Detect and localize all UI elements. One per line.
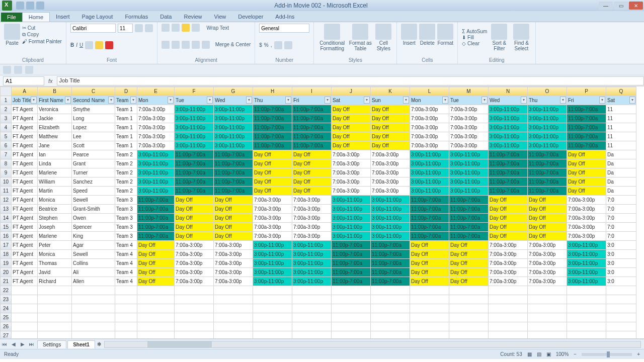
cell[interactable]	[292, 304, 332, 313]
cell[interactable]	[115, 313, 137, 322]
cell[interactable]: 3:00p-11:00p	[137, 177, 175, 187]
cell[interactable]	[292, 331, 332, 339]
cell[interactable]: 3:00p-11:00p	[137, 159, 175, 168]
cell[interactable]	[12, 286, 38, 295]
tab-view[interactable]: View	[208, 12, 232, 22]
cell[interactable]: 3:00p-11:00p	[567, 259, 606, 268]
cell[interactable]	[449, 313, 489, 322]
qat-icon[interactable]	[25, 66, 33, 74]
cell[interactable]: 11:00p-7:00a	[214, 177, 253, 187]
cell[interactable]: Richard	[38, 277, 72, 286]
cell[interactable]: 11:00p-7:00a	[292, 141, 332, 150]
cell[interactable]: Team 4	[115, 259, 137, 268]
view-break-icon[interactable]: ▣	[546, 351, 551, 357]
cell[interactable]: King	[72, 232, 115, 241]
cell[interactable]: 7:00a-3:00p	[371, 187, 410, 196]
cell[interactable]: 7:00a-3:00p	[253, 205, 292, 214]
cell[interactable]: FT Agent	[12, 105, 38, 114]
cell[interactable]: Day Off	[489, 214, 528, 223]
horizontal-scrollbar[interactable]	[104, 341, 641, 348]
cell[interactable]: 11:00p-7:00a	[137, 223, 175, 232]
fill-button[interactable]: ⬇ Fill	[462, 35, 487, 40]
cell[interactable]: 7:00a-3:00p	[332, 168, 371, 177]
cell[interactable]: Long	[72, 114, 115, 123]
cell[interactable]: 11:00p-7:00a	[332, 241, 371, 250]
col-header[interactable]: E	[137, 87, 175, 96]
cell[interactable]: FT Agent	[12, 187, 38, 196]
cell[interactable]: 3:00p-11:00p	[528, 105, 567, 114]
cell[interactable]	[38, 322, 72, 331]
cell[interactable]: Day Off	[489, 205, 528, 214]
cell[interactable]: FT Agent	[12, 223, 38, 232]
align-mid-icon[interactable]	[172, 24, 180, 32]
cell[interactable]: 7:00a-3:00p	[332, 177, 371, 187]
cell[interactable]: 11:00p-7:00a	[214, 168, 253, 177]
cell[interactable]: 11:00p-7:00a	[528, 150, 567, 159]
cell[interactable]: 7:00a-3:00p	[292, 205, 332, 214]
delete-icon[interactable]	[419, 24, 435, 40]
cond-format-button[interactable]: Conditional Formatting	[318, 40, 346, 51]
filter-dropdown-icon[interactable]: ▾	[599, 97, 605, 104]
cell[interactable]: Peter	[38, 241, 72, 250]
fill-color-icon[interactable]	[95, 41, 103, 49]
cell[interactable]: 3:00p-11:00p	[332, 205, 371, 214]
tab-developer[interactable]: Developer	[232, 12, 269, 22]
cell[interactable]: 7:00a-3:00p	[175, 259, 214, 268]
cell[interactable]: Team 4	[115, 277, 137, 286]
cell[interactable]: Day Off	[332, 123, 371, 132]
cell[interactable]: 7:00a-3:00p	[292, 232, 332, 241]
cell[interactable]: Da	[606, 168, 636, 177]
cell[interactable]	[175, 286, 214, 295]
cell[interactable]: Day Off	[410, 268, 449, 277]
paste-icon[interactable]	[4, 24, 20, 40]
cell[interactable]	[175, 304, 214, 313]
cell[interactable]	[332, 331, 371, 339]
zoom-slider[interactable]	[582, 353, 632, 356]
tab-data[interactable]: Data	[154, 12, 178, 22]
cell[interactable]	[292, 295, 332, 304]
cell[interactable]: 3:00p-11:00p	[371, 205, 410, 214]
cell[interactable]	[528, 286, 567, 295]
row-header[interactable]: 14	[1, 214, 12, 223]
cell[interactable]: Day Off	[137, 268, 175, 277]
cell[interactable]: 7:00a-3:00p	[371, 177, 410, 187]
cell[interactable]: 11	[606, 105, 636, 114]
cell[interactable]	[606, 313, 636, 322]
col-header[interactable]: I	[292, 87, 332, 96]
cell[interactable]: Pearce	[72, 150, 115, 159]
row-header[interactable]: 12	[1, 196, 12, 205]
cell[interactable]	[137, 286, 175, 295]
cell[interactable]: 7:00a-3:00p	[292, 196, 332, 205]
cell[interactable]: Team 1	[115, 114, 137, 123]
number-format-select[interactable]	[259, 24, 309, 33]
cell[interactable]	[489, 304, 528, 313]
cell[interactable]: Da	[606, 150, 636, 159]
cell[interactable]: 7:00a-3:00p	[253, 214, 292, 223]
filter-dropdown-icon[interactable]: ▾	[560, 97, 566, 104]
cell[interactable]	[332, 322, 371, 331]
filter-header-cell[interactable]: Sat▾	[606, 96, 636, 105]
cell[interactable]: 3:00p-11:00p	[332, 232, 371, 241]
cell[interactable]	[332, 304, 371, 313]
cell[interactable]: 7:0	[606, 196, 636, 205]
row-header[interactable]: 7	[1, 150, 12, 159]
cell[interactable]: 11:00p-7:00a	[489, 187, 528, 196]
cell[interactable]: 7:00a-3:00p	[410, 123, 449, 132]
cell[interactable]: 11:00p-7:00a	[567, 123, 606, 132]
cond-format-icon[interactable]	[324, 24, 340, 40]
cell[interactable]: 3:0	[606, 241, 636, 250]
row-header[interactable]: 8	[1, 159, 12, 168]
sheet-tab[interactable]: Settings	[37, 340, 66, 348]
cell[interactable]: 11:00p-7:00a	[292, 132, 332, 141]
cell[interactable]: 3:00p-11:00p	[410, 168, 449, 177]
cell[interactable]: Day Off	[137, 259, 175, 268]
cell[interactable]: 11:00p-7:00a	[292, 114, 332, 123]
cell[interactable]: Day Off	[214, 205, 253, 214]
cell[interactable]: 3:00p-11:00p	[371, 196, 410, 205]
cell[interactable]: 7:00a-3:00p	[449, 132, 489, 141]
format-table-icon[interactable]	[352, 24, 368, 40]
col-header[interactable]: N	[489, 87, 528, 96]
col-header[interactable]: Q	[606, 87, 636, 96]
cell[interactable]: 11:00p-7:00a	[449, 223, 489, 232]
cell[interactable]: 3:00p-11:00p	[332, 196, 371, 205]
